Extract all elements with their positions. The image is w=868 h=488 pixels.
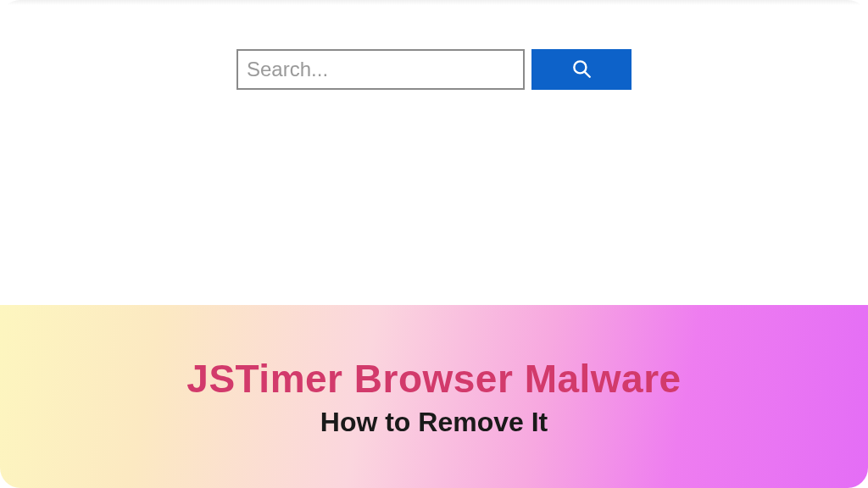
banner-title: JSTimer Browser Malware [186,356,681,402]
page-root: JSTimer Browser Malware How to Remove It [0,0,868,488]
search-bar [236,49,632,90]
banner-subtitle: How to Remove It [320,407,548,438]
search-input[interactable] [236,49,525,90]
svg-line-1 [585,71,590,76]
bottom-banner: JSTimer Browser Malware How to Remove It [0,305,868,488]
search-button[interactable] [531,49,632,90]
search-icon [570,58,593,82]
top-chrome-shadow [0,0,868,5]
